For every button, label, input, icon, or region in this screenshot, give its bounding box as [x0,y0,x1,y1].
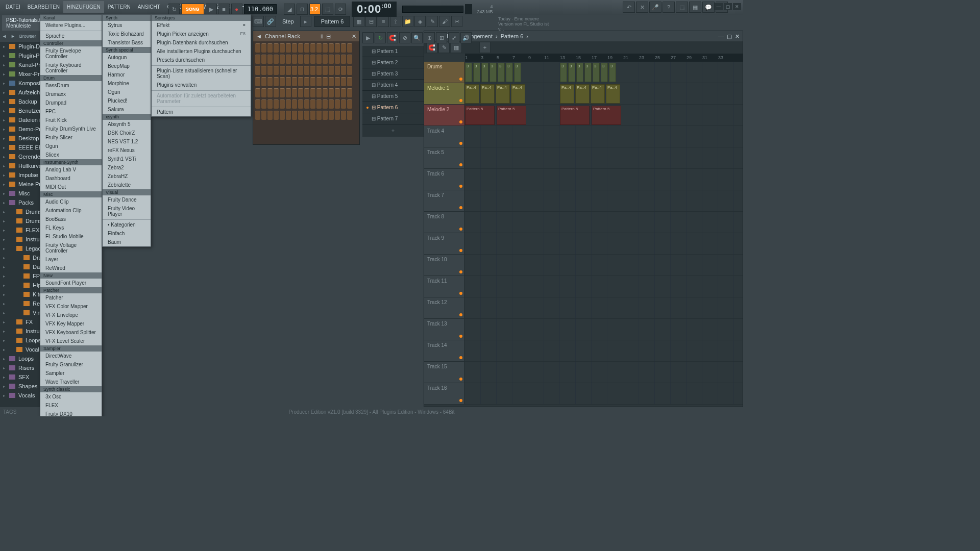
menu-item[interactable]: Slicex [40,151,102,159]
menu-item[interactable]: Zebra2 [103,163,151,172]
step-button[interactable] [267,43,273,53]
step-button[interactable] [286,77,291,86]
step-button[interactable] [347,111,352,120]
tags-label[interactable]: TAGS [3,409,16,415]
step-button[interactable] [310,43,315,53]
step-button[interactable] [274,77,279,86]
step-button[interactable] [280,43,285,53]
menu-item[interactable]: VFX Key Mapper [40,319,102,328]
playlist-close-button[interactable]: ✕ [735,33,740,40]
menu-item[interactable]: Alle installierten Plugins durchsuchen [152,47,251,56]
close-button[interactable]: ✕ [733,3,741,10]
menu-item[interactable]: Patcher [40,293,102,302]
pattern-item[interactable]: ⊟ Pattern 3 [362,68,424,80]
menu-item[interactable]: Ogun [40,142,102,151]
step-button[interactable] [310,66,315,75]
step-button[interactable] [267,88,273,97]
step-button[interactable] [323,99,328,109]
clip[interactable]: Pattern 5 [497,106,526,125]
step-button[interactable] [329,99,334,109]
menu-item[interactable]: FL Studio Mobile [40,232,102,241]
typing-kbd-button[interactable]: ⌨ [253,16,264,27]
step-button[interactable] [255,99,260,109]
clip[interactable]: 3 [465,63,472,82]
menu-item[interactable]: Fruity Voltage Controller [40,241,102,255]
track-header[interactable]: Track 13 [424,319,465,340]
menu-item[interactable]: Fruity DrumSynth Live [40,124,102,133]
menu-item[interactable]: MIDI Out [40,183,102,191]
step-button[interactable] [310,55,315,64]
step-button[interactable] [335,55,340,64]
step-button[interactable] [261,77,266,86]
tool-draw-button[interactable]: ✎ [427,16,438,27]
step-button[interactable] [304,43,309,53]
menu-item[interactable]: Fruity Envelope Controller [40,46,102,61]
step-button[interactable] [341,43,346,53]
step-button[interactable] [274,55,279,64]
step-button[interactable] [329,55,334,64]
snap-speaker-button[interactable]: 🔊 [460,32,472,43]
menu-item[interactable]: VFX Keyboard Splitter [40,328,102,337]
view-channel-button[interactable]: ≡ [378,16,389,27]
step-button[interactable] [267,111,273,120]
metronome-button[interactable]: ◢ [284,4,295,15]
step-button[interactable] [292,88,297,97]
menu-item[interactable]: Drumaxx [40,90,102,98]
menu-item[interactable]: Weitere Plugins... [40,21,102,30]
step-button[interactable] [347,77,352,86]
clip[interactable]: 3 [593,63,600,82]
step-button[interactable] [316,43,322,53]
minimize-button[interactable]: — [715,3,723,10]
step-button[interactable] [267,77,273,86]
view-playlist-button[interactable]: ▦ [353,16,364,27]
pattern-item[interactable]: ⊟ Pattern 5 [362,91,424,102]
step-button[interactable] [323,66,328,75]
snap-grid-button[interactable]: ⊞ [436,32,447,43]
pattern-item[interactable]: ⊟ Pattern 6 [362,102,424,113]
clip[interactable]: Pa..4 [465,84,479,104]
step-button[interactable] [341,88,346,97]
step-button[interactable] [329,66,334,75]
song-mode-button[interactable]: SONG [181,4,204,15]
step-button[interactable] [286,55,291,64]
step-button[interactable] [323,111,328,120]
step-button[interactable] [255,77,260,86]
playlist-subtitle[interactable]: Pattern 6 [501,33,524,39]
menu-datei[interactable]: DATEI [2,1,24,13]
pattern-item[interactable]: ⊟ Pattern 2 [362,57,424,68]
track-area[interactable] [465,276,743,297]
menu-item[interactable]: Fruit Kick [40,116,102,124]
track-header[interactable]: Track 8 [424,212,465,233]
clip[interactable]: 3 [473,63,480,82]
track-header[interactable]: Melodie 2 [424,105,465,126]
track-header[interactable]: Track 7 [424,190,465,211]
save-button[interactable]: ✕ [636,2,648,13]
clip[interactable]: 3 [560,63,567,82]
menu-item[interactable]: Einfach [103,229,151,238]
clip[interactable]: Pa..4 [496,84,510,104]
step-button[interactable] [316,111,322,120]
pattern-add-button[interactable]: + [362,124,424,137]
pattern-selector[interactable]: Pattern 6 [314,16,351,27]
snap-magnet-button[interactable]: 🧲 [387,32,398,43]
step-button[interactable] [261,88,266,97]
clip[interactable]: 3 [481,63,488,82]
track-area[interactable] [465,383,743,404]
tool-cut-button[interactable]: ✂ [451,16,462,27]
snap-zoom-button[interactable]: 🔍 [411,32,423,43]
menu-item[interactable]: FL Keys [40,223,102,232]
menu-item[interactable]: Analog Lab V [40,165,102,174]
step-button[interactable] [304,77,309,86]
playlist-max-button[interactable]: ▢ [727,33,732,40]
master-volume[interactable] [465,4,472,14]
step-button[interactable] [274,43,279,53]
step-button[interactable] [255,111,260,120]
menu-item[interactable]: Fruity DX10 [40,410,102,416]
step-button[interactable] [292,66,297,75]
snap-expand-button[interactable]: ⤢ [448,32,459,43]
playlist-ruler[interactable]: 13579111315171921232527293133 [465,54,743,62]
track-header[interactable]: Melodie 1 [424,83,465,104]
channel-rack-steps[interactable] [253,41,359,124]
menu-item[interactable]: VFX Level Scaler [40,337,102,345]
cr-graph-icon[interactable]: ⫴ [321,33,323,40]
